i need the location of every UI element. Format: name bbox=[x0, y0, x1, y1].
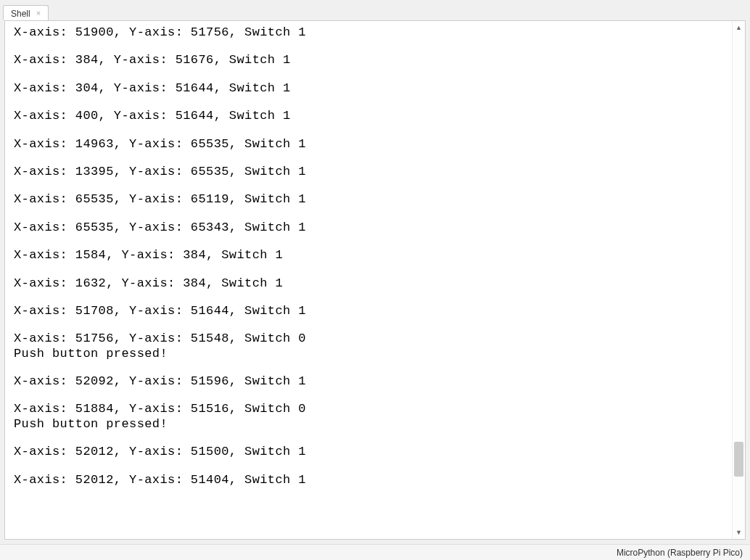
close-icon[interactable]: × bbox=[35, 9, 42, 17]
console-line: X-axis: 400, Y-axis: 51644, Switch 1 bbox=[14, 109, 736, 123]
scroll-track[interactable] bbox=[733, 34, 745, 526]
console-line: Push button pressed! bbox=[14, 347, 736, 361]
blank-line bbox=[14, 179, 736, 192]
console-line: X-axis: 304, Y-axis: 51644, Switch 1 bbox=[14, 81, 736, 96]
blank-line bbox=[14, 389, 736, 402]
blank-line bbox=[14, 291, 736, 304]
console-line: X-axis: 52092, Y-axis: 51596, Switch 1 bbox=[14, 374, 736, 389]
console-line: X-axis: 52012, Y-axis: 51500, Switch 1 bbox=[14, 445, 736, 459]
blank-line bbox=[14, 96, 736, 109]
console-output[interactable]: X-axis: 51900, Y-axis: 51756, Switch 1X-… bbox=[14, 25, 736, 487]
console-line: X-axis: 51900, Y-axis: 51756, Switch 1 bbox=[14, 25, 736, 40]
status-bar: MicroPython (Raspberry Pi Pico) bbox=[0, 544, 750, 560]
vertical-scrollbar[interactable]: ▲ ▼ bbox=[732, 21, 745, 539]
blank-line bbox=[14, 318, 736, 332]
blank-line bbox=[14, 460, 736, 473]
shell-panel-container: Shell × X-axis: 51900, Y-axis: 51756, Sw… bbox=[0, 0, 750, 544]
blank-line bbox=[14, 124, 736, 137]
console-line: X-axis: 52012, Y-axis: 51404, Switch 1 bbox=[14, 473, 736, 487]
console-line: X-axis: 13395, Y-axis: 65535, Switch 1 bbox=[14, 165, 736, 179]
console-line: X-axis: 65535, Y-axis: 65119, Switch 1 bbox=[14, 192, 736, 207]
blank-line bbox=[14, 361, 736, 374]
console-line: X-axis: 65535, Y-axis: 65343, Switch 1 bbox=[14, 221, 736, 235]
scroll-down-icon[interactable]: ▼ bbox=[733, 526, 746, 539]
blank-line bbox=[14, 152, 736, 165]
console-line: X-axis: 51708, Y-axis: 51644, Switch 1 bbox=[14, 304, 736, 318]
blank-line bbox=[14, 40, 736, 53]
blank-line bbox=[14, 68, 736, 81]
tab-shell[interactable]: Shell × bbox=[3, 5, 49, 21]
panel-wrap: X-axis: 51900, Y-axis: 51756, Switch 1X-… bbox=[0, 20, 750, 544]
shell-output-panel[interactable]: X-axis: 51900, Y-axis: 51756, Switch 1X-… bbox=[4, 20, 746, 540]
console-line: X-axis: 51884, Y-axis: 51516, Switch 0 bbox=[14, 402, 736, 416]
blank-line bbox=[14, 207, 736, 221]
console-line: Push button pressed! bbox=[14, 417, 736, 432]
interpreter-label[interactable]: MicroPython (Raspberry Pi Pico) bbox=[617, 548, 743, 558]
tab-strip: Shell × bbox=[0, 0, 750, 20]
blank-line bbox=[14, 432, 736, 445]
blank-line bbox=[14, 235, 736, 248]
scroll-thumb[interactable] bbox=[734, 442, 743, 477]
console-line: X-axis: 51756, Y-axis: 51548, Switch 0 bbox=[14, 332, 736, 346]
console-line: X-axis: 1584, Y-axis: 384, Switch 1 bbox=[14, 248, 736, 263]
console-line: X-axis: 384, Y-axis: 51676, Switch 1 bbox=[14, 53, 736, 67]
console-line: X-axis: 14963, Y-axis: 65535, Switch 1 bbox=[14, 137, 736, 152]
console-line: X-axis: 1632, Y-axis: 384, Switch 1 bbox=[14, 276, 736, 291]
tab-label: Shell bbox=[11, 9, 30, 19]
blank-line bbox=[14, 263, 736, 276]
scroll-up-icon[interactable]: ▲ bbox=[733, 21, 746, 34]
